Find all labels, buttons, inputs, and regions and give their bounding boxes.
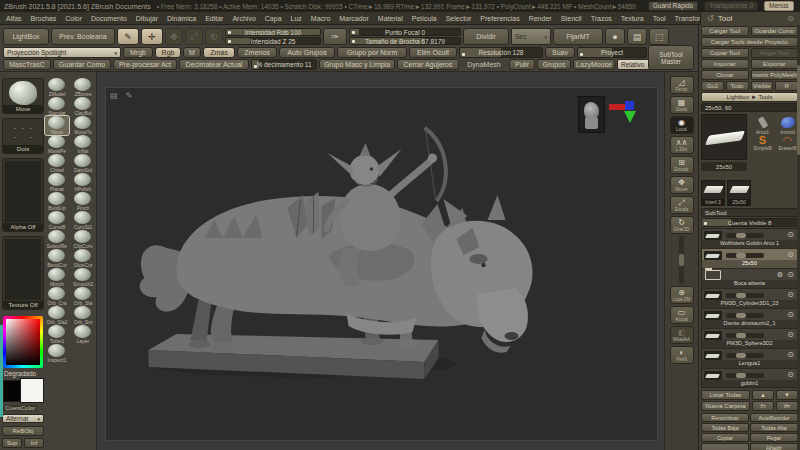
button-grupo-por-norm[interactable]: Grupo por Norm: [337, 47, 407, 58]
button-pulir[interactable]: Pulir: [509, 59, 535, 70]
brush-orb-sla[interactable]: Orb_Sla: [71, 287, 95, 306]
button-visible[interactable]: Visible: [751, 81, 774, 91]
subtool-item-pm3d-cylinder3d1-23[interactable]: ⊙PM3D_Cylinder3D1_23: [702, 289, 797, 309]
gear-icon[interactable]: ⚙: [777, 270, 783, 280]
button-exportar[interactable]: Exportar: [751, 59, 799, 69]
button-guardar-como[interactable]: Guardar Como: [751, 26, 799, 36]
slider-decimamento-11[interactable]: % decimamento 11: [251, 59, 317, 70]
button-lightbox[interactable]: LightBox: [3, 28, 49, 45]
texture-preview[interactable]: Texture Off: [2, 236, 44, 310]
brush-claybui[interactable]: ClayBui: [71, 97, 95, 116]
brush-stamp-icon[interactable]: ✑: [323, 28, 347, 45]
axis-gizmo[interactable]: [609, 98, 643, 128]
recent-tool-axolotl[interactable]: Axolotl: [776, 114, 799, 130]
suelo-icon[interactable]: ▦Suelo: [670, 96, 694, 114]
girar3d-icon[interactable]: ↻Girar3D: [670, 216, 694, 234]
actual-icon[interactable]: ▭Actual: [670, 306, 694, 324]
button-zmas[interactable]: Zmás: [203, 47, 235, 58]
menu-macro[interactable]: Macro: [307, 14, 334, 23]
button-clonar[interactable]: Clonar: [701, 70, 749, 80]
brush-selectre[interactable]: SelectRe: [45, 230, 69, 249]
encadr-icon[interactable]: ⊞Encadr: [670, 156, 694, 174]
move-down-icon[interactable]: ▼: [776, 390, 798, 400]
menu-material[interactable]: Material: [374, 14, 407, 23]
button-grupo-masc-y-limpia[interactable]: Grupo Masc y Limpia: [319, 59, 395, 70]
folder-open-icon[interactable]: 🗁: [776, 401, 798, 411]
menu-preferencias[interactable]: Preferencias: [476, 14, 523, 23]
button-r[interactable]: R: [775, 81, 798, 91]
button-cerrar-agujeros[interactable]: Cerrar Agujeros: [397, 59, 459, 70]
button-todas-baja[interactable]: Todas Baja: [701, 423, 749, 432]
history-thumb-25x50[interactable]: 25x50: [727, 180, 751, 206]
button-pegar-tool[interactable]: Pegar Tool: [751, 48, 799, 58]
button-sup[interactable]: Sup: [2, 438, 22, 448]
subtool-mini-slider[interactable]: [726, 253, 764, 258]
menu-luz[interactable]: Luz: [287, 14, 306, 23]
recent-tool-arco1[interactable]: Arco1: [751, 114, 774, 130]
menu-selector[interactable]: Selector: [442, 14, 476, 23]
menu-documento[interactable]: Documento: [87, 14, 131, 23]
button-m[interactable]: M: [183, 47, 201, 58]
subtool-section-header[interactable]: SubTool: [701, 208, 798, 217]
subtool-mini-slider[interactable]: [726, 293, 764, 298]
brush-standar[interactable]: Standar: [45, 97, 69, 116]
menu-alfas[interactable]: Alfas: [2, 14, 26, 23]
drop-sphere-icon[interactable]: ●: [605, 28, 625, 45]
viewport-canvas[interactable]: ▤ ✎: [97, 72, 664, 450]
brush-morph[interactable]: Morph: [45, 268, 69, 287]
subtool-master-button[interactable]: SubTool Master: [648, 45, 694, 70]
menu-capa[interactable]: Capa: [261, 14, 286, 23]
document-corner-icons[interactable]: ▤ ✎: [110, 91, 135, 100]
slider-punto-focal-0[interactable]: Punto Focal 0: [349, 28, 461, 36]
switch-color-dropdown[interactable]: Alternar ▾: [2, 414, 44, 423]
escala-icon[interactable]: ⤢Escala: [670, 196, 694, 214]
z-axis-handle[interactable]: [625, 101, 634, 110]
menu-pelicula[interactable]: Película: [408, 14, 441, 23]
menu-stencil[interactable]: Stencil: [557, 14, 586, 23]
slider-intensidad-rgb-100[interactable]: Intensidad Rgb 100: [225, 28, 321, 36]
move-up-icon[interactable]: ▲: [752, 390, 774, 400]
persp-icon[interactable]: ◿Persp: [670, 76, 694, 94]
quicksave-button[interactable]: Guard Rápido: [648, 1, 698, 11]
menu-archivo[interactable]: Archivo: [228, 14, 259, 23]
brush-moveto[interactable]: MoveTo: [71, 116, 95, 135]
button-go2[interactable]: Go2: [701, 81, 724, 91]
brush-move[interactable]: Move: [45, 116, 69, 135]
eye-visibility-icon[interactable]: ⊙: [787, 290, 794, 300]
subtool-mini-slider[interactable]: [726, 313, 764, 318]
menu-editar[interactable]: Editar: [201, 14, 227, 23]
eye-visibility-icon[interactable]: ⊙: [787, 250, 794, 260]
button-inf[interactable]: Inf: [24, 438, 44, 448]
canvas-zoom-slider[interactable]: [679, 236, 684, 284]
folder-closed-icon[interactable]: 🗀: [752, 401, 774, 411]
button-rgb[interactable]: Rgb: [155, 47, 181, 58]
eye-visibility-icon[interactable]: ⊙: [787, 270, 794, 280]
button-todo[interactable]: Todo: [726, 81, 749, 91]
button-guardar-como[interactable]: Guardar Como: [53, 59, 111, 70]
brush-planar[interactable]: Planar: [45, 173, 69, 192]
button-todas-alta[interactable]: Todas Alta: [750, 423, 798, 432]
menu-dinamica[interactable]: Dinámica: [163, 14, 200, 23]
history-thumb-interf-3[interactable]: Interf.3: [701, 180, 725, 206]
zoom-frame-icon[interactable]: ⬚: [649, 28, 669, 45]
menus-toggle-button[interactable]: Menús: [764, 1, 794, 11]
brush-preview[interactable]: Move: [2, 78, 44, 114]
button-duplicar[interactable]: Duplicar: [701, 443, 749, 450]
brush-curvst2[interactable]: CurvSt2: [71, 211, 95, 230]
panel-circle-icon[interactable]: ⊙: [787, 14, 794, 23]
y-axis-handle[interactable]: [624, 111, 636, 123]
brush-pinch[interactable]: Pinch: [71, 192, 95, 211]
transparent-slider[interactable]: Transparente 0: [704, 1, 758, 11]
brush-curveb[interactable]: CurveB: [45, 211, 69, 230]
eye-visibility-icon[interactable]: ⊙: [787, 330, 794, 340]
sculpt-goblin-wolfrider[interactable]: [106, 88, 657, 440]
brush-zmodel[interactable]: ZModel: [45, 78, 69, 97]
slider-resolucion-128[interactable]: Resolución 128: [459, 47, 543, 58]
menu-dibujar[interactable]: Dibujar: [132, 14, 162, 23]
button-zmenos[interactable]: Zmenos: [237, 47, 277, 58]
button-lazymouse[interactable]: LazyMouse: [573, 59, 615, 70]
brush-clipcurv[interactable]: ClipCurv: [71, 230, 95, 249]
scale-icon[interactable]: ⤢: [185, 28, 203, 45]
perfil-icon[interactable]: ◗Perfil: [670, 346, 694, 364]
menu-render[interactable]: Render: [525, 14, 556, 23]
